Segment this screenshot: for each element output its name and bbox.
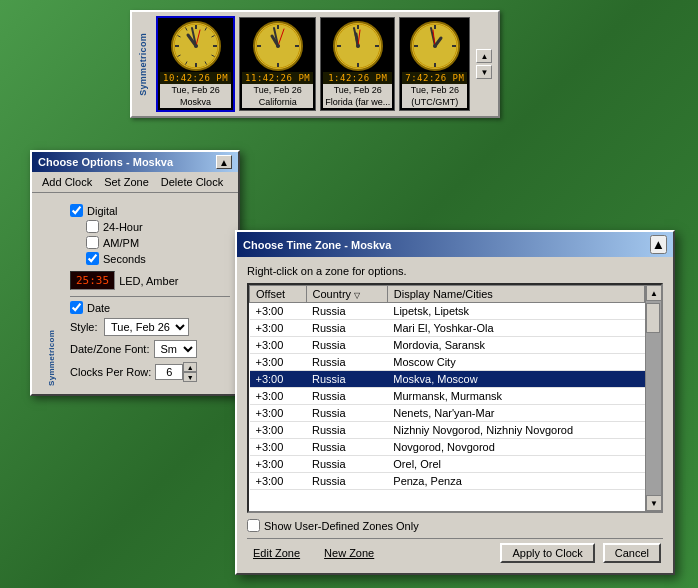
font-row: Date/Zone Font: Sm [70, 340, 230, 358]
clock-moskva[interactable]: 10:42:26 PM Tue, Feb 26 Moskva [156, 16, 235, 112]
clock-face-utc [409, 20, 461, 72]
cell-display-9: Orel, Orel [387, 456, 644, 473]
led-display: 25:35 [70, 271, 115, 290]
timezone-close-button[interactable]: ▲ [650, 235, 667, 254]
col-offset[interactable]: Offset [250, 286, 307, 303]
clock-date-moskva: Tue, Feb 26 [160, 84, 231, 96]
cell-offset-1: +3:00 [250, 320, 307, 337]
cell-offset-4: +3:00 [250, 371, 307, 388]
user-defined-checkbox[interactable] [247, 519, 260, 532]
cell-display-7: Nizhniy Novgorod, Nizhniy Novgorod [387, 422, 644, 439]
timezone-footer-left: Edit Zone New Zone [249, 545, 378, 561]
user-defined-label: Show User-Defined Zones Only [264, 520, 419, 532]
timezone-table-scroll[interactable]: Offset Country ▽ Display Name/Cities [249, 285, 645, 511]
clock-label-utc: (UTC/GMT) [402, 96, 467, 108]
scrollbar-track[interactable] [646, 301, 661, 495]
cell-display-8: Novgorod, Novgorod [387, 439, 644, 456]
table-row[interactable]: +3:00RussiaPenza, Penza [250, 473, 645, 490]
cell-display-10: Penza, Penza [387, 473, 644, 490]
clock-face-moskva [170, 20, 222, 72]
date-row: Date [70, 301, 230, 314]
timezone-titlebar: Choose Time Zone - Moskva ▲ [237, 232, 673, 257]
seconds-checkbox[interactable] [86, 252, 99, 265]
clock-label-moskva: Moskva [160, 96, 231, 108]
scrollbar-up-button[interactable]: ▲ [646, 285, 662, 301]
style-select[interactable]: Tue, Feb 26 [104, 318, 189, 336]
spinbox-buttons: ▲ ▼ [183, 362, 197, 382]
table-row[interactable]: +3:00RussiaLipetsk, Lipetsk [250, 303, 645, 320]
cell-country-5: Russia [306, 388, 387, 405]
svg-point-27 [276, 44, 280, 48]
hour24-label: 24-Hour [103, 221, 143, 233]
cell-offset-10: +3:00 [250, 473, 307, 490]
menu-set-zone[interactable]: Set Zone [98, 174, 155, 190]
cell-country-1: Russia [306, 320, 387, 337]
table-row[interactable]: +3:00RussiaOrel, Orel [250, 456, 645, 473]
scrollbar-down-button[interactable]: ▼ [646, 495, 662, 511]
col-country[interactable]: Country ▽ [306, 286, 387, 303]
cell-display-0: Lipetsk, Lipetsk [387, 303, 644, 320]
menu-add-clock[interactable]: Add Clock [36, 174, 98, 190]
clock-date-florida: Tue, Feb 26 [323, 84, 392, 96]
scrollbar-thumb[interactable] [646, 303, 660, 333]
apply-to-clock-button[interactable]: Apply to Clock [500, 543, 594, 563]
date-label: Date [87, 302, 110, 314]
table-row[interactable]: +3:00RussiaMoscow City [250, 354, 645, 371]
cell-country-2: Russia [306, 337, 387, 354]
options-menu: Add Clock Set Zone Delete Clock [32, 172, 238, 193]
cell-offset-3: +3:00 [250, 354, 307, 371]
timezone-table-body: +3:00RussiaLipetsk, Lipetsk+3:00RussiaMa… [250, 303, 645, 490]
clock-utc[interactable]: 7:42:26 PM Tue, Feb 26 (UTC/GMT) [399, 17, 470, 111]
digital-row: Digital [70, 204, 230, 217]
timezone-title: Choose Time Zone - Moskva [243, 239, 391, 251]
table-row[interactable]: +3:00RussiaMordovia, Saransk [250, 337, 645, 354]
date-checkbox[interactable] [70, 301, 83, 314]
table-row[interactable]: +3:00RussiaNovgorod, Novgorod [250, 439, 645, 456]
table-row[interactable]: +3:00RussiaMoskva, Moscow [250, 371, 645, 388]
options-titlebar: Choose Options - Moskva ▲ [32, 152, 238, 172]
cell-display-4: Moskva, Moscow [387, 371, 644, 388]
clock-california[interactable]: 11:42:26 PM Tue, Feb 26 California [239, 17, 316, 111]
new-zone-button[interactable]: New Zone [320, 545, 378, 561]
edit-zone-button[interactable]: Edit Zone [249, 545, 304, 561]
options-close-button[interactable]: ▲ [216, 155, 232, 169]
digital-checkbox[interactable] [70, 204, 83, 217]
cell-offset-7: +3:00 [250, 422, 307, 439]
clock-bar-logo: Symmetricom [138, 33, 148, 96]
table-row[interactable]: +3:00RussiaMari El, Yoshkar-Ola [250, 320, 645, 337]
clock-time-moskva: 10:42:26 PM [160, 72, 231, 84]
clocks-per-row-row: Clocks Per Row: 6 ▲ ▼ [70, 362, 230, 382]
ampm-checkbox[interactable] [86, 236, 99, 249]
clocks-per-row-spinbox: 6 ▲ ▼ [155, 362, 197, 382]
hour24-checkbox[interactable] [86, 220, 99, 233]
font-label: Date/Zone Font: [70, 343, 150, 355]
scroll-down-button[interactable]: ▼ [476, 65, 492, 79]
timezone-window: Choose Time Zone - Moskva ▲ Right-click … [235, 230, 675, 575]
clock-label-california: California [242, 96, 313, 108]
clock-date-california: Tue, Feb 26 [242, 84, 313, 96]
menu-delete-clock[interactable]: Delete Clock [155, 174, 229, 190]
digital-label: Digital [87, 205, 118, 217]
led-row: 25:35 LED, Amber [70, 271, 230, 290]
spinbox-down-button[interactable]: ▼ [183, 372, 197, 382]
cell-country-10: Russia [306, 473, 387, 490]
spinbox-up-button[interactable]: ▲ [183, 362, 197, 372]
cancel-button[interactable]: Cancel [603, 543, 661, 563]
cell-country-9: Russia [306, 456, 387, 473]
cell-country-8: Russia [306, 439, 387, 456]
cell-offset-2: +3:00 [250, 337, 307, 354]
table-row[interactable]: +3:00RussiaNenets, Nar'yan-Mar [250, 405, 645, 422]
table-header-row: Offset Country ▽ Display Name/Cities [250, 286, 645, 303]
table-row[interactable]: +3:00RussiaMurmansk, Murmansk [250, 388, 645, 405]
timezone-table: Offset Country ▽ Display Name/Cities [249, 285, 645, 490]
options-window: Choose Options - Moskva ▲ Add Clock Set … [30, 150, 240, 396]
cell-offset-9: +3:00 [250, 456, 307, 473]
clocks-per-row-input[interactable]: 6 [155, 364, 183, 380]
table-row[interactable]: +3:00RussiaNizhniy Novgorod, Nizhniy Nov… [250, 422, 645, 439]
font-select[interactable]: Sm [154, 340, 197, 358]
scroll-up-button[interactable]: ▲ [476, 49, 492, 63]
clock-florida[interactable]: 1:42:26 PM Tue, Feb 26 Florida (far we..… [320, 17, 395, 111]
col-display[interactable]: Display Name/Cities [387, 286, 644, 303]
clock-face-florida [332, 20, 384, 72]
timezone-footer-right: Apply to Clock Cancel [500, 543, 661, 563]
